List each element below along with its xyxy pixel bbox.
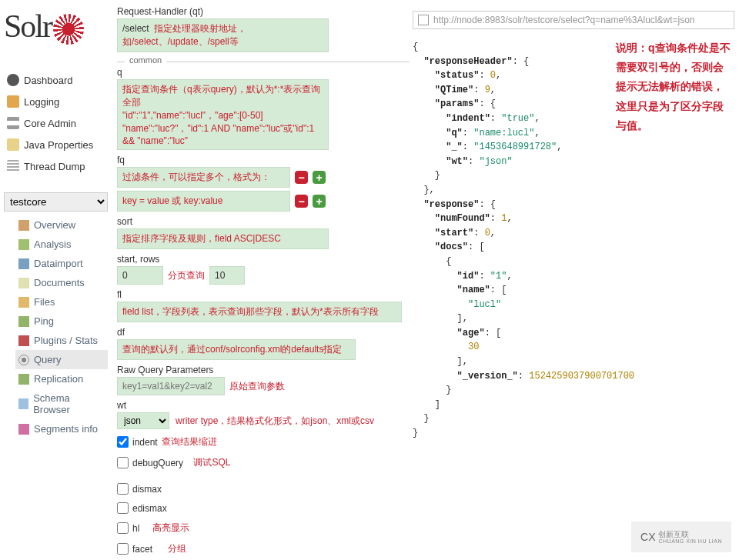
- q-input[interactable]: 指定查询条件（q表示query)，默认为*:*表示查询全部 "id":"1","…: [117, 79, 329, 150]
- sub-dataimport[interactable]: Dataimport: [15, 254, 108, 273]
- ping-icon: [18, 316, 29, 327]
- q-label: q: [117, 67, 410, 78]
- home-icon: [18, 220, 29, 231]
- sync-icon: [18, 374, 29, 385]
- solr-logo: Solr: [4, 8, 82, 45]
- magnify-icon: [18, 355, 29, 365]
- link-icon: [418, 15, 429, 25]
- sub-analysis[interactable]: Analysis: [15, 235, 108, 254]
- rows-input[interactable]: [209, 266, 245, 285]
- df-input[interactable]: 查询的默认列，通过conf/solrconfig.xml的defaults指定: [117, 339, 356, 360]
- core-subnav: Overview Analysis Dataimport Documents F…: [15, 215, 108, 438]
- sub-documents[interactable]: Documents: [15, 273, 108, 292]
- sub-query[interactable]: Query: [15, 350, 108, 369]
- main-nav: Dashboard Logging Core Admin Java Proper…: [4, 69, 108, 177]
- start-annot: 分页查询: [168, 269, 205, 282]
- sub-plugins[interactable]: Plugins / Stats: [15, 331, 108, 350]
- start-input[interactable]: [117, 266, 163, 285]
- plug-icon: [18, 335, 29, 346]
- dismax-check[interactable]: dismax: [117, 482, 410, 496]
- raw-label: Raw Query Parameters: [117, 365, 410, 375]
- flask-icon: [18, 239, 29, 250]
- query-form: Request-Handler (qt) /select 指定处理器映射地址，如…: [117, 2, 410, 560]
- nav-threaddump[interactable]: Thread Dump: [4, 155, 108, 177]
- nav-logging[interactable]: Logging: [4, 91, 108, 112]
- sun-icon: [55, 15, 82, 43]
- sub-segments[interactable]: Segments info: [15, 419, 108, 438]
- facet-check[interactable]: facet 分组: [117, 541, 410, 557]
- core-select[interactable]: testcore: [4, 192, 108, 212]
- wt-annot: writer type，结果格式化形式，如json、xml或csv: [143, 415, 374, 428]
- folder-icon: [18, 297, 29, 308]
- raw-input[interactable]: key1=val1&key2=val2: [117, 377, 225, 395]
- nav-coreadmin[interactable]: Core Admin: [4, 112, 108, 134]
- fq-add-button-2[interactable]: +: [313, 195, 326, 208]
- wt-label: wt: [117, 400, 410, 411]
- raw-annot: 原始查询参数: [229, 380, 285, 393]
- rh-label: Request-Handler (qt): [117, 6, 410, 17]
- bars-icon: [18, 424, 29, 435]
- fq-label: fq: [117, 155, 410, 165]
- common-label: common: [125, 55, 166, 65]
- fl-input[interactable]: field list，字段列表，表示查询那些字段，默认为*表示所有字段: [117, 302, 402, 322]
- footer-logo: CX 创新互联CHUANG XIN HU LIAN: [631, 522, 731, 552]
- core-selector[interactable]: testcore: [4, 192, 108, 212]
- book-icon: [7, 95, 19, 108]
- sub-files[interactable]: Files: [15, 292, 108, 312]
- sort-label: sort: [117, 216, 410, 227]
- sub-ping[interactable]: Ping: [15, 312, 108, 331]
- fq-input-2[interactable]: key = value 或 key:value: [117, 191, 290, 212]
- stack-icon: [7, 117, 19, 129]
- fl-label: fl: [117, 289, 410, 300]
- explanation-note: 说明：q查询条件处是不需要双引号的，否则会提示无法解析的错误，这里只是为了区分字…: [616, 38, 731, 135]
- sub-schema[interactable]: Schema Browser: [15, 388, 108, 419]
- gauge-icon: [7, 74, 19, 86]
- doc-icon: [18, 278, 29, 288]
- sub-overview[interactable]: Overview: [15, 215, 108, 235]
- startrows-label: start, rows: [117, 254, 410, 265]
- fq-remove-button[interactable]: −: [295, 171, 308, 184]
- fq-add-button[interactable]: +: [313, 171, 326, 184]
- threads-icon: [7, 160, 19, 172]
- nav-javaprops[interactable]: Java Properties: [4, 134, 108, 155]
- result-url[interactable]: http://nnode:8983/solr/testcore/select?q…: [413, 11, 734, 29]
- sort-input[interactable]: 指定排序字段及规则，field ASC|DESC: [117, 228, 329, 249]
- indent-check[interactable]: indent查询结果缩进: [117, 434, 410, 450]
- sub-replication[interactable]: Replication: [15, 369, 108, 388]
- db-icon: [18, 258, 29, 269]
- rh-input[interactable]: /select 指定处理器映射地址，如/select、/update、/spel…: [117, 18, 329, 52]
- fq-input-1[interactable]: 过滤条件，可以指定多个，格式为：: [117, 167, 290, 188]
- nav-dashboard[interactable]: Dashboard: [4, 69, 108, 91]
- schema-icon: [18, 398, 28, 409]
- jar-icon: [7, 138, 19, 151]
- hl-check[interactable]: hl 高亮显示: [117, 520, 410, 536]
- df-label: df: [117, 327, 410, 338]
- debug-check[interactable]: debugQuery 调试SQL: [117, 455, 410, 471]
- edismax-check[interactable]: edismax: [117, 501, 410, 515]
- fq-remove-button-2[interactable]: −: [295, 195, 308, 208]
